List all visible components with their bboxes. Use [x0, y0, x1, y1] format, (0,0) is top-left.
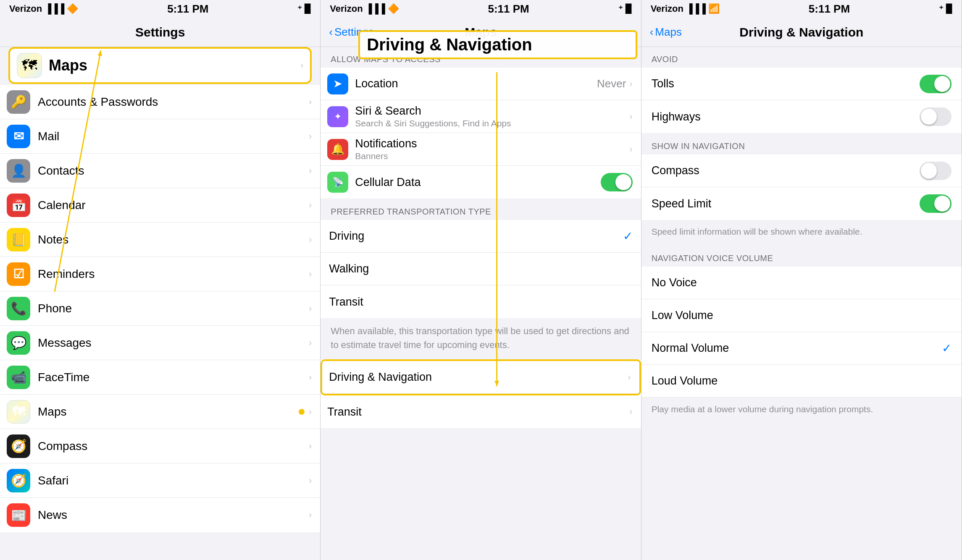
status-icons-3: ⁺ ▉ — [939, 4, 952, 14]
notes-label: Notes — [38, 233, 309, 246]
notifications-item[interactable]: 🔔 Notifications Banners › — [321, 133, 641, 166]
wifi-icon: 🔶 — [67, 3, 78, 14]
settings-group: 🔑 Accounts & Passwords › ✉ Mail › 👤 Cont… — [0, 85, 320, 532]
access-group: ➤ Location Never › ✦ Siri & Search Searc… — [321, 68, 641, 199]
setting-mail[interactable]: ✉ Mail › — [0, 119, 320, 154]
chevron-facetime: › — [309, 372, 312, 383]
transport-walking[interactable]: Walking — [321, 253, 641, 285]
setting-calendar[interactable]: 📅 Calendar › — [0, 188, 320, 222]
setting-news[interactable]: 📰 News › — [0, 498, 320, 532]
speed-limit-toggle[interactable] — [920, 194, 951, 213]
signal-icon-2: ▐▐▐ — [365, 3, 385, 14]
chevron-maps-list: › — [309, 406, 312, 417]
driving-check: ✓ — [623, 229, 633, 243]
phone-1: Verizon ▐▐▐ 🔶 5:11 PM ⁺ ▉ Settings 🗺 Map… — [0, 0, 321, 560]
phone-3: Verizon ▐▐▐ 📶 5:11 PM ⁺ ▉ ‹ Maps Driving… — [641, 0, 962, 560]
cellular-item[interactable]: 📡 Cellular Data — [321, 166, 641, 199]
setting-maps[interactable]: 🗺 Maps › — [0, 395, 320, 429]
notifications-content: Notifications Banners — [355, 137, 629, 161]
highways-toggle[interactable] — [920, 107, 951, 126]
cellular-icon: 📡 — [327, 172, 348, 193]
driving-nav-panel: Verizon ▐▐▐ 📶 5:11 PM ⁺ ▉ ‹ Maps Driving… — [641, 0, 962, 560]
mail-label: Mail — [38, 130, 309, 143]
chevron-maps: › — [300, 60, 303, 71]
avoid-group: Tolls Highways — [641, 68, 962, 133]
highways-row[interactable]: Highways — [641, 100, 962, 133]
chevron-notifications: › — [629, 144, 632, 155]
setting-facetime[interactable]: 📹 FaceTime › — [0, 360, 320, 395]
driving-nav-list: AVOID Tolls Highways SHOW IN NAVIGATION … — [641, 47, 962, 560]
siri-content: Siri & Search Search & Siri Suggestions,… — [355, 105, 629, 128]
status-icons-1: ⁺ ▉ — [297, 4, 311, 14]
chevron-location: › — [629, 79, 632, 89]
back-label-2: Settings — [334, 26, 374, 39]
chevron-calendar: › — [309, 200, 312, 211]
transport-group: Driving ✓ Walking Transit — [321, 220, 641, 318]
location-icon: ➤ — [327, 73, 348, 94]
notifications-icon: 🔔 — [327, 139, 348, 160]
maps-dot — [299, 409, 305, 415]
location-item[interactable]: ➤ Location Never › — [321, 68, 641, 100]
setting-phone[interactable]: 📞 Phone › — [0, 291, 320, 326]
setting-contacts[interactable]: 👤 Contacts › — [0, 154, 320, 188]
highways-label: Highways — [652, 110, 920, 123]
phone-2: Verizon ▐▐▐ 🔶 5:11 PM ⁺ ▉ ‹ Settings Map… — [321, 0, 641, 560]
normal-volume-label: Normal Volume — [652, 342, 729, 355]
avoid-header: AVOID — [641, 47, 962, 68]
setting-messages[interactable]: 💬 Messages › — [0, 326, 320, 360]
speed-limit-label: Speed Limit — [652, 197, 920, 210]
back-button-2[interactable]: ‹ Settings — [329, 26, 374, 39]
notes-icon: 📒 — [7, 228, 30, 251]
setting-safari[interactable]: 🧭 Safari › — [0, 463, 320, 498]
setting-reminders[interactable]: ☑ Reminders › — [0, 257, 320, 291]
setting-accounts[interactable]: 🔑 Accounts & Passwords › — [0, 85, 320, 119]
compass-row[interactable]: Compass — [641, 154, 962, 187]
no-voice-item[interactable]: No Voice — [641, 267, 962, 299]
cellular-toggle[interactable] — [601, 173, 633, 191]
bottom-items-group: Driving & Navigation › Transit › — [321, 359, 641, 428]
accounts-label: Accounts & Passwords — [38, 95, 309, 109]
driving-nav-highlight: Driving & Navigation › — [321, 359, 641, 395]
signal-icon: ▐▐▐ — [45, 3, 64, 14]
loud-volume-item[interactable]: Loud Volume — [641, 365, 962, 398]
transport-driving[interactable]: Driving ✓ — [321, 220, 641, 253]
siri-item[interactable]: ✦ Siri & Search Search & Siri Suggestion… — [321, 100, 641, 133]
accounts-icon: 🔑 — [7, 90, 30, 114]
chevron-contacts: › — [309, 165, 312, 176]
cellular-content: Cellular Data — [355, 176, 600, 189]
transit-content: Transit — [327, 406, 629, 419]
transit-item[interactable]: Transit › — [321, 395, 641, 428]
driving-nav-item[interactable]: Driving & Navigation › — [322, 361, 639, 394]
transport-transit[interactable]: Transit — [321, 285, 641, 318]
tolls-toggle[interactable] — [920, 75, 951, 93]
compass-toggle[interactable] — [920, 162, 951, 180]
siri-title: Siri & Search — [355, 105, 629, 118]
show-nav-header: SHOW IN NAVIGATION — [641, 134, 962, 154]
notifications-title: Notifications — [355, 137, 629, 150]
settings-panel: Verizon ▐▐▐ 🔶 5:11 PM ⁺ ▉ Settings 🗺 Map… — [0, 0, 321, 560]
show-nav-group: Compass Speed Limit — [641, 154, 962, 220]
low-volume-item[interactable]: Low Volume — [641, 299, 962, 332]
chevron-mail: › — [309, 131, 312, 142]
speed-limit-row[interactable]: Speed Limit — [641, 187, 962, 220]
maps-panel: Verizon ▐▐▐ 🔶 5:11 PM ⁺ ▉ ‹ Settings Map… — [321, 0, 641, 560]
tolls-row[interactable]: Tolls — [641, 68, 962, 100]
contacts-label: Contacts — [38, 164, 309, 178]
status-bar-2: Verizon ▐▐▐ 🔶 5:11 PM ⁺ ▉ — [321, 0, 641, 18]
siri-sub: Search & Siri Suggestions, Find in Apps — [355, 118, 629, 128]
nav-bar-2: ‹ Settings Maps — [321, 18, 641, 47]
maps-title: Maps — [49, 57, 300, 74]
back-label-3: Maps — [655, 26, 682, 39]
calendar-label: Calendar — [38, 199, 309, 212]
setting-notes[interactable]: 📒 Notes › — [0, 222, 320, 257]
compass-icon: 🧭 — [7, 434, 30, 458]
wifi-icon-2: 🔶 — [388, 3, 399, 14]
status-bar-1: Verizon ▐▐▐ 🔶 5:11 PM ⁺ ▉ — [0, 0, 320, 18]
mail-icon: ✉ — [7, 125, 30, 148]
section-header-allow: ALLOW MAPS TO ACCESS — [321, 47, 641, 68]
chevron-reminders: › — [309, 269, 312, 280]
normal-volume-item[interactable]: Normal Volume ✓ — [641, 332, 962, 365]
setting-compass[interactable]: 🧭 Compass › — [0, 429, 320, 463]
voice-header: NAVIGATION VOICE VOLUME — [641, 246, 962, 267]
back-button-3[interactable]: ‹ Maps — [650, 26, 682, 39]
